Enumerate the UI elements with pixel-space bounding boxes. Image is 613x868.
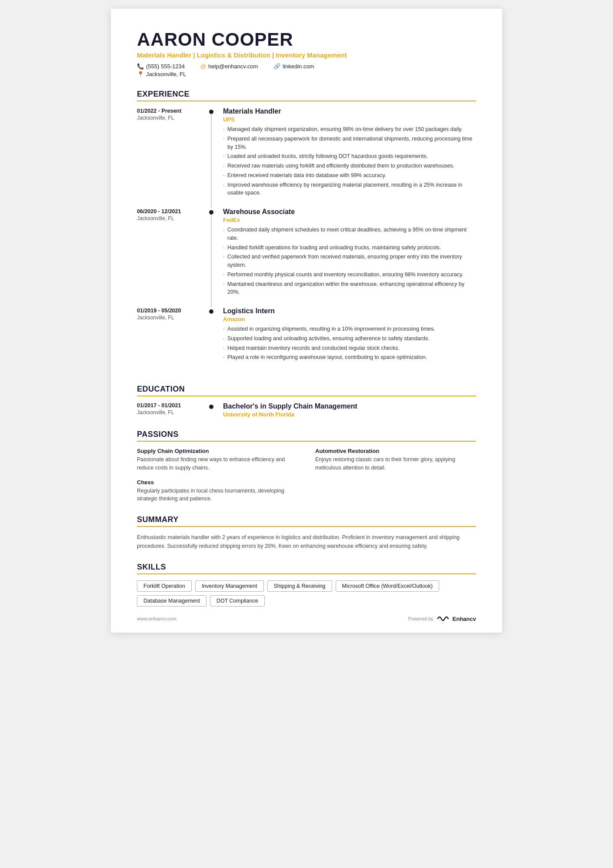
exp-company: Amazon [223, 316, 476, 322]
bullet-item: Entered received materials data into dat… [223, 171, 476, 180]
passions-section-title: PASSIONS [137, 430, 476, 442]
bullet-item: Supported loading and unloading activiti… [223, 335, 476, 343]
edu-dot [209, 405, 213, 409]
skills-container: Forklift OperationInventory ManagementSh… [137, 580, 476, 607]
exp-location: Jacksonville, FL [137, 315, 207, 321]
exp-left: 01/2019 - 05/2020 Jacksonville, FL [137, 307, 207, 372]
exp-dot [209, 210, 213, 214]
exp-date: 06/2020 - 12/2021 [137, 208, 207, 214]
skill-tag: Database Management [137, 595, 207, 607]
linkedin-icon: 🔗 [273, 63, 280, 70]
exp-date: 01/2022 - Present [137, 108, 207, 114]
passions-grid: Supply Chain Optimization Passionate abo… [137, 448, 476, 503]
candidate-title: Materials Handler | Logistics & Distribu… [137, 51, 476, 59]
bullet-item: Managed daily shipment organization, ens… [223, 125, 476, 134]
location-icon: 📍 [137, 71, 144, 77]
passions-section: PASSIONS Supply Chain Optimization Passi… [137, 430, 476, 503]
experience-item: 01/2022 - Present Jacksonville, FL Mater… [137, 107, 476, 208]
bullet-item: Performed monthly physical counts and in… [223, 271, 476, 279]
exp-role: Logistics Intern [223, 307, 476, 315]
footer-website: www.enhancv.com [137, 616, 177, 621]
skill-tag: Inventory Management [195, 580, 264, 592]
education-section: EDUCATION 01/2017 - 01/2021 Jacksonville… [137, 385, 476, 418]
exp-dot [209, 110, 213, 114]
enhancv-logo-icon [436, 614, 450, 623]
exp-role: Warehouse Associate [223, 208, 476, 216]
summary-section-title: SUMMARY [137, 515, 476, 527]
exp-line [211, 114, 212, 208]
edu-left: 01/2017 - 01/2021 Jacksonville, FL [137, 402, 207, 418]
location-item: 📍 Jacksonville, FL [137, 71, 476, 77]
bullet-item: Collected and verified paperwork from re… [223, 253, 476, 269]
bullet-item: Helped maintain inventory records and co… [223, 344, 476, 352]
candidate-name: AARON COOPER [137, 30, 476, 50]
experience-section-title: EXPERIENCE [137, 90, 476, 101]
exp-role: Materials Handler [223, 107, 476, 115]
bullet-item: Played a role in reconfiguring warehouse… [223, 353, 476, 362]
education-item: 01/2017 - 01/2021 Jacksonville, FL Bache… [137, 402, 476, 418]
exp-left: 01/2022 - Present Jacksonville, FL [137, 107, 207, 208]
exp-line [211, 214, 212, 307]
skill-tag: Forklift Operation [137, 580, 192, 592]
exp-company: UPS [223, 116, 476, 123]
bullet-item: Prepared all necessary paperwork for dom… [223, 135, 476, 151]
exp-bullets: Coordinated daily shipment schedules to … [223, 226, 476, 296]
edu-timeline [207, 402, 216, 418]
edu-degree: Bachelor's in Supply Chain Management [223, 402, 476, 410]
footer-brand: Enhancv [453, 616, 476, 622]
bullet-item: Received raw materials using forklift an… [223, 162, 476, 170]
skills-section-title: SKILLS [137, 563, 476, 574]
passion-name: Chess [137, 479, 298, 486]
exp-bullets: Managed daily shipment organization, ens… [223, 125, 476, 197]
passion-description: Enjoys restoring classic cars to their f… [315, 456, 476, 472]
linkedin-item: 🔗 linkedin.com [273, 63, 314, 70]
passion-item: Chess Regularly participates in local ch… [137, 479, 298, 503]
experience-list: 01/2022 - Present Jacksonville, FL Mater… [137, 107, 476, 372]
passion-description: Regularly participates in local chess to… [137, 487, 298, 503]
summary-section: SUMMARY Enthusiastic materials handler w… [137, 515, 476, 550]
bullet-item: Handled forklift operations for loading … [223, 244, 476, 252]
skill-tag: DOT Compliance [210, 595, 265, 607]
powered-by-label: Powered by [408, 616, 433, 621]
edu-location: Jacksonville, FL [137, 409, 207, 416]
exp-location: Jacksonville, FL [137, 115, 207, 121]
experience-item: 01/2019 - 05/2020 Jacksonville, FL Logis… [137, 307, 476, 372]
phone-number: (555) 555-1234 [146, 63, 185, 70]
exp-left: 06/2020 - 12/2021 Jacksonville, FL [137, 208, 207, 307]
bullet-item: Assisted in organizing shipments, result… [223, 325, 476, 333]
exp-timeline [207, 107, 216, 208]
header-contact: 📞 (555) 555-1234 @ help@enhancv.com 🔗 li… [137, 63, 476, 70]
bullet-item: Coordinated daily shipment schedules to … [223, 226, 476, 242]
exp-bullets: Assisted in organizing shipments, result… [223, 325, 476, 362]
linkedin-url: linkedin.com [283, 63, 314, 70]
bullet-item: Improved warehouse efficiency by reorgan… [223, 181, 476, 198]
exp-right: Materials Handler UPS Managed daily ship… [216, 107, 476, 208]
exp-date: 01/2019 - 05/2020 [137, 308, 207, 314]
exp-location: Jacksonville, FL [137, 215, 207, 221]
bullet-item: Loaded and unloaded trucks, strictly fol… [223, 152, 476, 161]
skill-tag: Shipping & Receiving [267, 580, 332, 592]
edu-date: 01/2017 - 01/2021 [137, 402, 207, 409]
passion-name: Supply Chain Optimization [137, 448, 298, 454]
bullet-item: Maintained cleanliness and organization … [223, 280, 476, 297]
exp-right: Warehouse Associate FedEx Coordinated da… [216, 208, 476, 307]
passion-description: Passionate about finding new ways to enh… [137, 456, 298, 472]
email-address: help@enhancv.com [208, 63, 258, 70]
email-item: @ help@enhancv.com [200, 63, 258, 70]
passion-item: Supply Chain Optimization Passionate abo… [137, 448, 298, 472]
passion-name: Automotive Restoration [315, 448, 476, 454]
skill-tag: Microsoft Office (Word/Excel/Outlook) [336, 580, 440, 592]
experience-section: EXPERIENCE 01/2022 - Present Jacksonvill… [137, 90, 476, 372]
education-section-title: EDUCATION [137, 385, 476, 396]
footer-powered-by: Powered by Enhancv [408, 614, 476, 623]
resume-page: AARON COOPER Materials Handler | Logisti… [111, 9, 502, 633]
exp-dot [209, 309, 213, 314]
edu-school: University of North Florida [223, 411, 476, 418]
phone-icon: 📞 [137, 63, 144, 70]
edu-right: Bachelor's in Supply Chain Management Un… [216, 402, 476, 418]
footer: www.enhancv.com Powered by Enhancv [137, 614, 476, 623]
header: AARON COOPER Materials Handler | Logisti… [137, 30, 476, 77]
exp-timeline [207, 307, 216, 372]
exp-right: Logistics Intern Amazon Assisted in orga… [216, 307, 476, 372]
exp-timeline [207, 208, 216, 307]
